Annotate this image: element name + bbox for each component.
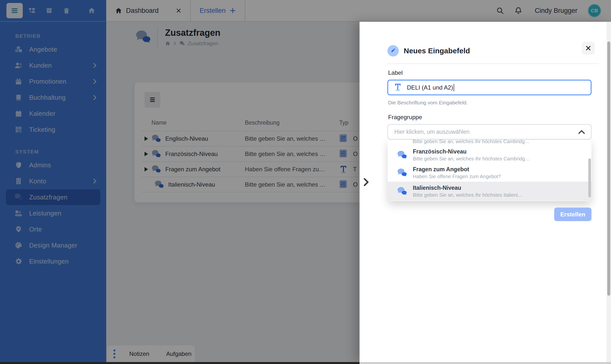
chat-icon: [397, 150, 407, 160]
dropdown-item-name: Italienisch-Niveau: [413, 185, 523, 191]
dropdown-item-description: Bitte geben Sie an, welches Ihr höchstes…: [413, 156, 530, 162]
dropdown-scrollbar[interactable]: [588, 158, 591, 197]
dropdown-item-franzoesisch[interactable]: Französisch-Niveau Bitte geben Sie an, w…: [388, 146, 591, 164]
drawer-scrollbar-thumb[interactable]: [607, 41, 610, 296]
dropdown-item-italienisch[interactable]: Italienisch-Niveau Bitte geben Sie an, w…: [388, 182, 591, 201]
label-input-value: DELI (A1 und A2): [407, 84, 453, 91]
chevron-up-icon: [578, 130, 585, 134]
text-caret: [454, 84, 454, 91]
window-bottom-edge: [359, 362, 611, 364]
dropdown-clipped-item[interactable]: Bitte geben Sie an, welches Ihr höchstes…: [388, 140, 591, 146]
pencil-bubble-icon: [387, 45, 399, 57]
clipped-description: Bitte geben Sie an, welches Ihr höchstes…: [413, 140, 530, 144]
dropdown-item-name: Fragen zum Angebot: [413, 166, 501, 173]
label-help-text: Die Beschriftung vom Eingabefeld.: [388, 100, 468, 106]
divider: [387, 63, 599, 64]
dropdown-item-name: Französisch-Niveau: [413, 148, 530, 155]
dropdown-item-description: Haben Sie offene Fragen zum Angebot?: [413, 174, 501, 179]
dropdown-item-fragen-zum-angebot[interactable]: Fragen zum Angebot Haben Sie offene Frag…: [388, 164, 591, 182]
collapse-drawer-icon[interactable]: [361, 177, 371, 188]
drawer-title: Neues Eingabefeld: [404, 47, 470, 55]
label-input[interactable]: DELI (A1 und A2): [387, 80, 591, 95]
dropdown-item-description: Bitte geben Sie an, welches Ihr höchstes…: [413, 192, 523, 198]
modal-backdrop[interactable]: [359, 0, 611, 22]
fragegruppe-select[interactable]: Hier klicken, um auszuwählen: [387, 124, 591, 140]
group-field-label: Fragegruppe: [388, 114, 422, 121]
close-icon[interactable]: [582, 42, 595, 55]
select-placeholder: Hier klicken, um auszuwählen: [394, 129, 469, 135]
modal-backdrop[interactable]: [0, 0, 359, 364]
chat-icon: [397, 168, 407, 177]
label-field-label: Label: [388, 69, 403, 76]
drawer-header: Neues Eingabefeld: [387, 44, 591, 57]
erstellen-button[interactable]: Erstellen: [554, 208, 591, 221]
fragegruppe-dropdown: Bitte geben Sie an, welches Ihr höchstes…: [388, 140, 591, 201]
window-bottom-edge: [0, 362, 359, 364]
chat-icon: [397, 187, 407, 196]
create-field-drawer: Neues Eingabefeld Label DELI (A1 und A2)…: [359, 22, 611, 362]
text-type-icon: [394, 83, 401, 92]
